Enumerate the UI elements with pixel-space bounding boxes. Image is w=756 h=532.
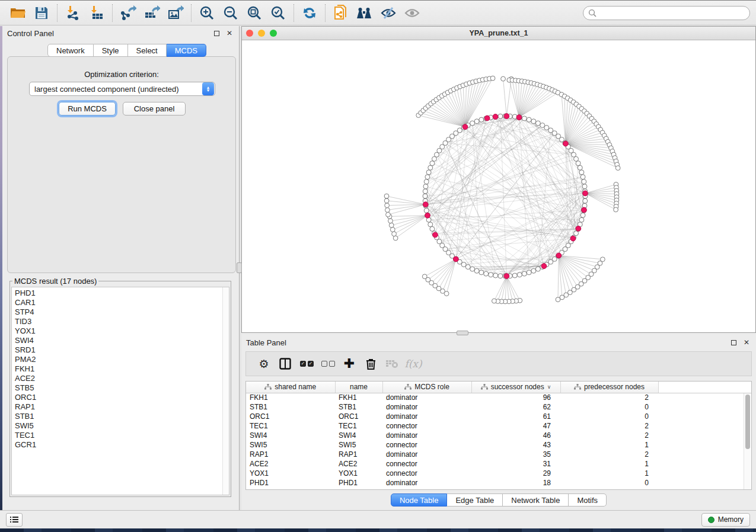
show-all-icon[interactable] xyxy=(400,3,424,23)
delete-column-icon[interactable] xyxy=(360,355,381,373)
network-node[interactable] xyxy=(535,267,540,271)
network-leaf-node[interactable] xyxy=(384,198,389,203)
column-header-mcds-role[interactable]: MCDS role xyxy=(382,382,471,393)
hide-selected-icon[interactable] xyxy=(377,3,400,23)
network-leaf-node[interactable] xyxy=(490,76,495,81)
tab-edge-table[interactable]: Edge Table xyxy=(447,493,503,507)
network-node[interactable] xyxy=(580,175,585,180)
network-node[interactable] xyxy=(579,217,584,222)
mcds-node[interactable] xyxy=(541,264,547,269)
network-leaf-node[interactable] xyxy=(492,299,496,303)
mcds-node[interactable] xyxy=(484,116,490,121)
network-node[interactable] xyxy=(470,121,475,126)
mcds-node[interactable] xyxy=(576,226,581,232)
tab-network-table[interactable]: Network Table xyxy=(503,493,569,507)
network-node[interactable] xyxy=(424,208,429,213)
network-node[interactable] xyxy=(582,184,587,189)
zoom-selected-icon[interactable] xyxy=(266,3,290,23)
network-leaf-node[interactable] xyxy=(501,76,506,81)
network-node[interactable] xyxy=(428,222,433,227)
network-node[interactable] xyxy=(582,180,586,184)
network-leaf-node[interactable] xyxy=(614,207,618,212)
column-header-successor-nodes[interactable]: successor nodes∨ xyxy=(471,382,560,393)
network-node[interactable] xyxy=(535,121,540,126)
table-row[interactable]: ORC1ORC1dominator610 xyxy=(246,412,751,421)
network-node[interactable] xyxy=(423,189,428,194)
mcds-result-item[interactable]: PHD1 xyxy=(15,289,229,298)
network-node[interactable] xyxy=(425,175,430,180)
tab-style[interactable]: Style xyxy=(94,44,128,57)
network-leaf-node[interactable] xyxy=(389,223,394,227)
zoom-in-icon[interactable] xyxy=(195,3,219,23)
network-node[interactable] xyxy=(531,119,536,124)
table-row[interactable]: SWI5SWI5connector431 xyxy=(246,440,751,450)
network-graph-canvas[interactable] xyxy=(242,41,755,333)
network-node[interactable] xyxy=(517,273,522,277)
mcds-result-item[interactable]: SWI4 xyxy=(15,336,229,345)
mcds-node[interactable] xyxy=(462,124,468,130)
mcds-node[interactable] xyxy=(504,114,509,119)
network-leaf-node[interactable] xyxy=(385,203,390,208)
mcds-result-item[interactable]: STB1 xyxy=(15,412,229,421)
column-header-name[interactable]: name xyxy=(335,382,382,393)
network-node[interactable] xyxy=(430,226,435,231)
network-leaf-node[interactable] xyxy=(422,274,427,279)
mcds-result-item[interactable]: YOX1 xyxy=(15,326,229,336)
network-node[interactable] xyxy=(512,273,517,278)
network-leaf-node[interactable] xyxy=(385,208,390,213)
network-node[interactable] xyxy=(479,270,484,275)
network-node[interactable] xyxy=(522,271,527,276)
tab-node-table[interactable]: Node Table xyxy=(391,493,448,507)
mcds-result-item[interactable]: CAR1 xyxy=(15,298,229,307)
horizontal-splitter-handle[interactable] xyxy=(457,331,468,335)
search-field[interactable] xyxy=(583,6,750,20)
run-mcds-button[interactable]: Run MCDS xyxy=(59,102,116,116)
mcds-list-scrollbar[interactable] xyxy=(222,287,229,495)
export-table-icon[interactable] xyxy=(140,3,164,23)
export-network-icon[interactable] xyxy=(116,3,140,23)
network-node[interactable] xyxy=(531,268,536,273)
mcds-result-item[interactable]: PMA2 xyxy=(15,355,229,364)
network-node[interactable] xyxy=(474,119,479,124)
mcds-node[interactable] xyxy=(453,257,458,262)
network-leaf-node[interactable] xyxy=(388,219,393,223)
network-node[interactable] xyxy=(423,184,428,189)
mcds-node[interactable] xyxy=(425,213,430,218)
import-table-icon[interactable] xyxy=(85,3,109,23)
mcds-node[interactable] xyxy=(516,115,522,120)
network-node[interactable] xyxy=(428,165,433,170)
network-node[interactable] xyxy=(578,165,582,170)
new-network-from-selection-icon[interactable] xyxy=(329,3,353,23)
task-history-button[interactable] xyxy=(6,513,23,527)
network-leaf-node[interactable] xyxy=(386,212,391,217)
mcds-node[interactable] xyxy=(556,253,562,258)
table-row[interactable]: ACE2ACE2connector311 xyxy=(246,459,751,469)
tab-mcds[interactable]: MCDS xyxy=(167,44,206,57)
zoom-out-icon[interactable] xyxy=(219,3,243,23)
network-leaf-node[interactable] xyxy=(393,236,398,241)
mcds-result-item[interactable]: ACE2 xyxy=(15,374,229,383)
column-header-predecessor-nodes[interactable]: predecessor nodes xyxy=(560,382,658,393)
network-node[interactable] xyxy=(583,198,588,203)
network-node[interactable] xyxy=(493,273,498,278)
network-node[interactable] xyxy=(498,274,503,278)
network-node[interactable] xyxy=(522,116,527,121)
mcds-result-list[interactable]: PHD1CAR1STP4TID3YOX1SWI4SRD1PMA2FKH1ACE2… xyxy=(11,287,229,495)
search-input[interactable] xyxy=(599,8,745,18)
open-file-icon[interactable] xyxy=(6,3,30,23)
table-row[interactable]: STB1STB1dominator620 xyxy=(246,402,751,412)
mcds-result-item[interactable]: RAP1 xyxy=(15,402,229,412)
mcds-node[interactable] xyxy=(423,202,428,207)
memory-button[interactable]: Memory xyxy=(701,513,750,527)
first-neighbors-icon[interactable] xyxy=(353,3,377,23)
column-view-icon[interactable] xyxy=(275,355,296,373)
table-row[interactable]: TEC1TEC1connector472 xyxy=(246,421,751,431)
network-leaf-node[interactable] xyxy=(615,166,620,171)
mcds-result-item[interactable]: GCR1 xyxy=(15,440,229,450)
mcds-node[interactable] xyxy=(563,141,568,146)
mcds-node[interactable] xyxy=(570,236,576,241)
mcds-node[interactable] xyxy=(582,207,587,213)
network-leaf-node[interactable] xyxy=(390,227,395,232)
float-table-panel-icon[interactable] xyxy=(729,338,738,347)
close-panel-icon[interactable]: ✕ xyxy=(225,28,234,38)
